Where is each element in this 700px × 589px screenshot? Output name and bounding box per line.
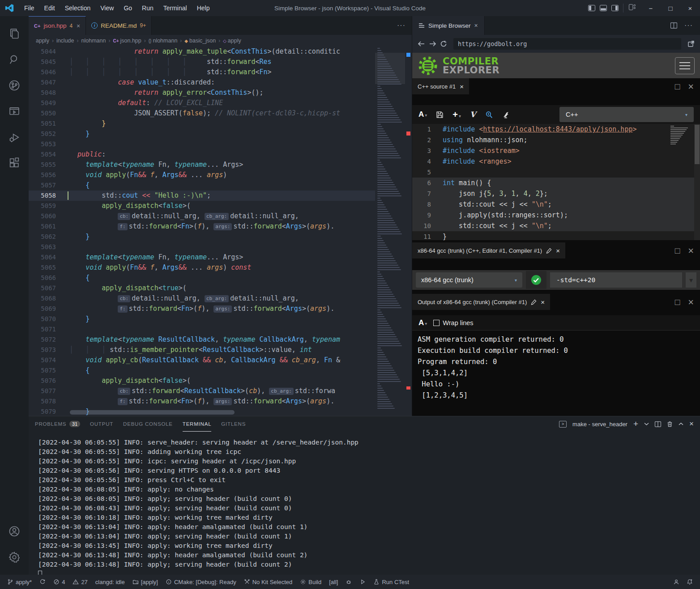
compiler-args-input[interactable]: -std=c++20 — [550, 272, 682, 288]
status-person[interactable] — [670, 577, 682, 587]
menu-go[interactable]: Go — [119, 3, 137, 13]
panel-tab-terminal[interactable]: TERMINAL — [183, 416, 212, 432]
status-all[interactable]: [all] — [326, 577, 341, 587]
close-window-button[interactable]: × — [680, 0, 700, 16]
code-line[interactable]: 5076 apply_dispatch<false>( — [29, 376, 375, 386]
code-line[interactable]: 5069 f:std::forward<Fn>(f), args:std::fo… — [29, 304, 375, 314]
close-pane-icon[interactable]: × — [688, 245, 694, 257]
status-bell[interactable] — [684, 577, 696, 587]
toggle-sidebar-icon[interactable] — [588, 5, 595, 11]
toggle-secondary-sidebar-icon[interactable] — [611, 5, 619, 11]
output-pane-tab[interactable]: Output of x86-64 gcc (trunk) (Compiler #… — [412, 294, 550, 310]
code-line[interactable]: 5055 template<typename Fn, typename... A… — [29, 160, 375, 170]
code-line[interactable]: 5054 public: — [29, 149, 375, 160]
wrap-lines-toggle[interactable]: Wrap lines — [433, 319, 473, 326]
code-line[interactable]: 5077 cb:std::forward<ResultCallback>(cb)… — [29, 386, 375, 396]
account-icon[interactable] — [4, 520, 25, 542]
back-icon[interactable] — [418, 41, 425, 47]
code-line[interactable]: 5044 return apply_make_tuple<ConstThis>(… — [29, 47, 375, 57]
menu-run[interactable]: Run — [137, 3, 158, 13]
tab-simple-browser[interactable]: Simple Browser × — [412, 16, 485, 35]
code-line[interactable]: 5045│ │ │ │ │ │ │ │ std::forward<Res — [29, 57, 375, 67]
code-line[interactable]: 5072 template<typename ResultCallback, t… — [29, 335, 375, 345]
status-play[interactable] — [357, 577, 368, 587]
save-icon[interactable] — [436, 111, 444, 119]
open-external-icon[interactable] — [687, 40, 695, 47]
godbolt-code-line[interactable]: 9 j.apply(std::ranges::sort); — [412, 210, 700, 220]
menu-terminal[interactable]: Terminal — [159, 3, 192, 13]
godbolt-code-line[interactable]: 10 std::cout << j << "\n"; — [412, 220, 700, 231]
close-panel-icon[interactable]: × — [689, 420, 694, 428]
output-font-size-button[interactable]: A▾ — [418, 318, 427, 327]
code-line[interactable]: 5063 — [29, 242, 375, 252]
close-source-pane-icon[interactable]: × — [460, 83, 464, 90]
code-line[interactable]: 5053 — [29, 139, 375, 149]
godbolt-code-line[interactable]: 3#include <iostream> — [412, 145, 700, 156]
code-line[interactable]: 5059 apply_dispatch<false>( — [29, 201, 375, 211]
compiler-select[interactable]: x86-64 gcc (trunk) ▾ — [416, 272, 522, 288]
maximize-panel-icon[interactable] — [679, 422, 683, 426]
terminal-instance-label[interactable]: make - serve_header — [572, 421, 627, 428]
source-control-icon[interactable] — [4, 74, 25, 97]
code-line[interactable]: 5057 { — [29, 180, 375, 191]
maximize-button[interactable]: □ — [661, 0, 680, 16]
new-terminal-icon[interactable]: + — [633, 419, 638, 429]
code-line[interactable]: 5047 case value_t::discarded: — [29, 77, 375, 88]
add-pane-button[interactable]: +▾ — [452, 110, 461, 120]
terminal-dropdown-icon[interactable] — [644, 422, 649, 426]
code-line[interactable]: 5048 return apply_error<ConstThis>(); — [29, 88, 375, 98]
args-dropdown-icon[interactable]: ▾ — [686, 272, 696, 288]
source-pane-tab[interactable]: C++ source #1 × — [412, 78, 469, 94]
menu-help[interactable]: Help — [192, 3, 214, 13]
code-line[interactable]: 5071 — [29, 324, 375, 335]
code-line[interactable]: 5061 f:std::forward<Fn>(f), args:std::fo… — [29, 221, 375, 232]
panel-tab-debug-console[interactable]: DEBUG CONSOLE — [123, 416, 173, 432]
editor-minimap[interactable] — [375, 47, 405, 416]
split-terminal-icon[interactable] — [655, 421, 661, 427]
close-pane-icon[interactable]: × — [688, 81, 694, 93]
wrap-lines-checkbox[interactable] — [433, 320, 440, 326]
code-line[interactable]: 5067 apply_dispatch<true>( — [29, 283, 375, 293]
godbolt-code-line[interactable]: 5 — [412, 167, 700, 178]
split-editor-icon[interactable] — [670, 22, 677, 29]
panel-tab-gitlens[interactable]: GITLENS — [221, 416, 246, 432]
compiler-pane-tab[interactable]: x86-64 gcc (trunk) (C++, Editor #1, Comp… — [412, 242, 565, 258]
code-line[interactable]: 5066 { — [29, 273, 375, 283]
search-icon[interactable] — [4, 48, 25, 71]
code-line[interactable]: 5075 { — [29, 365, 375, 376]
editor-more-actions-button[interactable]: ··· — [397, 16, 412, 35]
godbolt-code-line[interactable]: 11} — [412, 231, 700, 240]
godbolt-vertical-scrollbar[interactable] — [694, 124, 700, 240]
code-line[interactable]: 5064 template<typename Fn, typename... A… — [29, 252, 375, 263]
code-line[interactable]: 5065 void apply(Fn&& f, Args&& ... args)… — [29, 263, 375, 273]
maximize-pane-icon[interactable]: □ — [675, 246, 680, 256]
close-compiler-pane-icon[interactable]: × — [556, 247, 560, 254]
settings-gear-icon[interactable] — [4, 546, 25, 568]
extensions-icon[interactable] — [4, 152, 25, 174]
explorer-icon[interactable] — [4, 22, 25, 45]
horizontal-scrollbar[interactable] — [70, 410, 235, 415]
godbolt-code-line[interactable]: 1#include <https://localhost:8443/apply/… — [412, 124, 700, 135]
rename-pane-icon[interactable] — [531, 299, 537, 305]
status-cmake-debug-ready[interactable]: CMake: [Debug]: Ready — [163, 577, 239, 587]
code-line[interactable]: 5070 } — [29, 314, 375, 324]
breadcrumb-item[interactable]: C+json.hpp — [113, 38, 141, 44]
tab-README.md[interactable]: i README.md 9+ — [86, 16, 152, 35]
status-build[interactable]: Build — [297, 577, 324, 587]
status-clangd-idle[interactable]: clangd: idle — [93, 577, 128, 587]
code-line[interactable]: 5068 cb:detail::null_arg, cb_arg:detail:… — [29, 293, 375, 304]
code-line[interactable]: 5073│ │ │ std::is_member_pointer<ResultC… — [29, 345, 375, 355]
code-line[interactable]: 5049 default: // LCOV_EXCL_LINE — [29, 98, 375, 108]
breadcrumb-item[interactable]: ◇apply — [223, 38, 241, 44]
breadcrumb-item[interactable]: {}nlohmann — [149, 38, 178, 44]
toggle-panel-icon[interactable] — [600, 5, 607, 11]
status-apply[interactable]: apply* — [4, 577, 34, 587]
run-debug-icon[interactable] — [4, 126, 25, 148]
code-line[interactable]: 5056 void apply(Fn&& f, Args&& ... args) — [29, 170, 375, 180]
menu-view[interactable]: View — [96, 3, 118, 13]
code-line[interactable]: 5060 cb:detail::null_arg, cb_arg:detail:… — [29, 211, 375, 221]
code-line[interactable]: 5062 } — [29, 232, 375, 242]
status-4[interactable]: 4 — [51, 577, 68, 587]
code-line[interactable]: 5052 } — [29, 129, 375, 139]
breadcrumb-item[interactable]: nlohmann — [81, 38, 106, 44]
